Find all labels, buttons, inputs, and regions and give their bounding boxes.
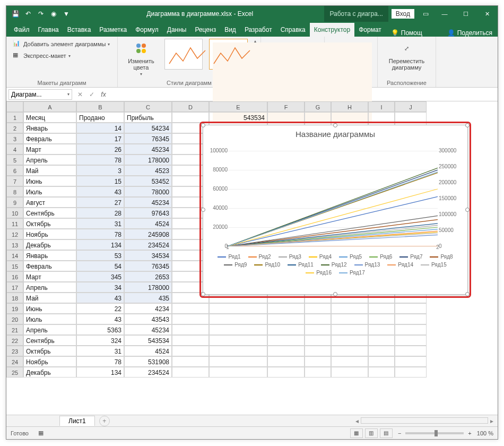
tab-format[interactable]: Формат	[354, 23, 386, 37]
cell[interactable]: 543534	[124, 335, 172, 346]
accept-formula-icon[interactable]: ✓	[86, 91, 98, 98]
cell[interactable]	[305, 356, 331, 367]
cell[interactable]: Апрель	[23, 324, 76, 335]
col-header[interactable]: F	[267, 101, 305, 112]
cell[interactable]: 97643	[124, 208, 172, 218]
tab-formulas[interactable]: Формул	[131, 23, 163, 37]
cell[interactable]: 45234	[124, 144, 172, 155]
cell[interactable]	[267, 367, 305, 378]
cell[interactable]: 4524	[124, 346, 172, 356]
cell[interactable]: 54	[76, 261, 124, 271]
cell[interactable]: Сентябрь	[23, 335, 76, 346]
cell[interactable]	[172, 335, 209, 346]
cell[interactable]	[331, 112, 368, 123]
record-macro-icon[interactable]: ▦	[38, 430, 44, 436]
select-all-cell[interactable]	[6, 101, 23, 112]
qat-dropdown-icon[interactable]: ▼	[63, 10, 70, 18]
cell[interactable]	[331, 367, 368, 378]
cell[interactable]	[331, 314, 368, 324]
resize-handle[interactable]	[201, 123, 205, 127]
save-icon[interactable]: 💾	[12, 10, 19, 18]
cell[interactable]: Прибыль	[124, 112, 172, 123]
cell[interactable]	[209, 356, 267, 367]
row-header[interactable]: 12	[6, 229, 23, 239]
cell[interactable]: 43	[76, 314, 124, 324]
quick-layout-button[interactable]: ▦Экспресс-макет▾	[11, 50, 73, 61]
row-header[interactable]: 25	[6, 367, 23, 378]
cell[interactable]: 43543	[124, 314, 172, 324]
name-box[interactable]: Диаграм...▾	[8, 89, 72, 100]
chart-title[interactable]: Название диаграммы	[203, 125, 467, 141]
tab-insert[interactable]: Вставка	[63, 23, 95, 37]
cell[interactable]: Продано	[76, 112, 124, 123]
cell[interactable]: 234524	[124, 239, 172, 250]
resize-handle[interactable]	[333, 123, 337, 127]
tab-file[interactable]: Файл	[10, 23, 34, 37]
cell[interactable]	[267, 324, 305, 335]
cell[interactable]: 45234	[124, 197, 172, 208]
cell[interactable]	[331, 356, 368, 367]
cell[interactable]: 4524	[124, 218, 172, 229]
resize-handle[interactable]	[333, 292, 337, 296]
cell[interactable]: 78	[76, 155, 124, 165]
row-header[interactable]: 17	[6, 282, 23, 293]
share-button[interactable]: Поделиться	[457, 29, 492, 37]
sheet-tab[interactable]: Лист1	[59, 416, 95, 426]
cell[interactable]: Ноябрь	[23, 356, 76, 367]
row-header[interactable]: 15	[6, 261, 23, 271]
row-header[interactable]: 9	[6, 197, 23, 208]
col-header[interactable]: A	[23, 101, 76, 112]
col-header[interactable]: G	[305, 101, 331, 112]
cell[interactable]: 31	[76, 346, 124, 356]
legend-item[interactable]: Ряд13	[354, 262, 380, 268]
cell[interactable]: 43	[76, 293, 124, 303]
resize-handle[interactable]	[465, 292, 470, 296]
cell[interactable]: 4523	[124, 165, 172, 176]
cell[interactable]: Октябрь	[23, 218, 76, 229]
normal-view-button[interactable]: ▦	[350, 428, 363, 438]
col-header[interactable]: D	[172, 101, 209, 112]
row-header[interactable]: 19	[6, 303, 23, 314]
cell[interactable]	[172, 112, 209, 123]
tab-help[interactable]: Справка	[276, 23, 310, 37]
cell[interactable]: 14	[76, 123, 124, 133]
cell[interactable]	[172, 324, 209, 335]
cell[interactable]: 4234	[124, 303, 172, 314]
cell[interactable]	[395, 324, 427, 335]
cell[interactable]	[209, 367, 267, 378]
cell[interactable]	[305, 335, 331, 346]
cell[interactable]: 543534	[209, 112, 267, 123]
chart-style-2[interactable]	[209, 39, 248, 70]
cell[interactable]: 27	[76, 197, 124, 208]
cell[interactable]: 78	[76, 356, 124, 367]
cell[interactable]: 53	[76, 250, 124, 261]
close-button[interactable]: ✕	[476, 6, 498, 22]
undo-icon[interactable]: ↶	[24, 10, 32, 18]
cell[interactable]	[209, 324, 267, 335]
redo-icon[interactable]: ↷	[37, 10, 45, 18]
zoom-level[interactable]: 100 %	[477, 430, 493, 436]
cell[interactable]: Апрель	[23, 282, 76, 293]
col-header[interactable]: J	[395, 101, 427, 112]
cell[interactable]: 78	[76, 229, 124, 239]
col-header[interactable]: E	[209, 101, 267, 112]
tab-view[interactable]: Вид	[220, 23, 240, 37]
cell[interactable]: Январь	[23, 250, 76, 261]
cell[interactable]: Июль	[23, 314, 76, 324]
cell[interactable]: 34	[76, 282, 124, 293]
cell[interactable]: 28	[76, 208, 124, 218]
cell[interactable]	[305, 112, 331, 123]
hscroll-right-icon[interactable]: ▸	[490, 417, 493, 425]
camera-icon[interactable]: ◉	[50, 10, 57, 18]
cell[interactable]	[368, 112, 395, 123]
cell[interactable]: 76345	[124, 133, 172, 144]
cell[interactable]: 43	[76, 186, 124, 197]
cell[interactable]: 45234	[124, 324, 172, 335]
cell[interactable]: 178000	[124, 282, 172, 293]
cell[interactable]: 53452	[124, 176, 172, 186]
change-colors-button[interactable]: Изменить цвета▾	[122, 39, 160, 78]
cell[interactable]: 345	[76, 271, 124, 282]
cell[interactable]	[267, 356, 305, 367]
cell[interactable]	[368, 346, 395, 356]
cell[interactable]	[267, 346, 305, 356]
